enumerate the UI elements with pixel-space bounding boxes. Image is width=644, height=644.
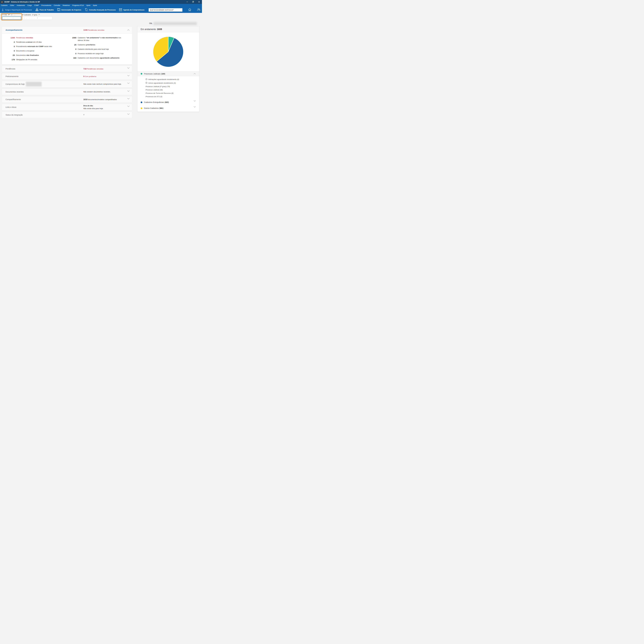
menu-apoio[interactable]: Apoio <box>86 5 90 6</box>
chevron-down-icon[interactable] <box>127 75 130 76</box>
stat-text: Pendências vencidas <box>16 36 33 39</box>
acompanhamento-header[interactable]: Acompanhamento 1349 Pendências vencidas <box>2 26 132 33</box>
chevron-down-icon[interactable] <box>127 90 130 92</box>
row-status: Não existem documentos recentes. <box>83 90 122 93</box>
row-pendencias[interactable]: Pendências 718 Pendências vencidas <box>2 66 132 72</box>
users-icon <box>197 8 200 12</box>
fluxo-trabalho-button[interactable]: Fluxo de Trabalho <box>36 8 54 11</box>
row-peticionamento[interactable]: Peticionamento 0 Com problema <box>2 73 132 80</box>
sub-item-turma-recursos[interactable]: Processo da Turma de Recursos (6) <box>146 92 199 94</box>
row-label: Links e dicas <box>6 106 16 108</box>
header-status-badge: 1349 Pendências vencidas <box>83 29 104 31</box>
restore-button[interactable] <box>190 0 196 4</box>
stat-procedimento-retornado[interactable]: 0 Procedimento retornado do CSMP neste m… <box>6 45 62 48</box>
judicial-number-input[interactable] <box>22 16 52 20</box>
stat-processo-recebido[interactable]: 0 Processo recebido em carga hoje <box>62 52 129 55</box>
row-compartilhamento[interactable]: Compartilhamento 1010 documentos/modelos… <box>2 96 132 103</box>
search-input[interactable] <box>149 8 182 12</box>
grau-selector[interactable]: 1º grau <box>32 14 37 16</box>
toolbar-label: Carga e Importação de Processos <box>5 9 32 11</box>
stat-cadastros-nao-movimentados[interactable]: 1590 Cadastros "em andamento" e não movi… <box>62 36 129 42</box>
stat-value: 25 <box>6 54 15 57</box>
menu-programa-atua[interactable]: Programa ATUA <box>72 5 84 6</box>
menu-procuradorias[interactable]: Procuradorias <box>41 5 51 6</box>
carga-importacao-button[interactable]: Carga e Importação de Processos <box>2 8 32 11</box>
menu-ajuda[interactable]: Ajuda <box>93 5 97 6</box>
calendar-icon <box>119 8 122 11</box>
row-status-integracao[interactable]: Status da integração ? <box>2 112 132 118</box>
home-button[interactable] <box>188 8 191 12</box>
chevron-up-icon[interactable] <box>127 29 130 31</box>
sub-item-text: Processos do STJ (3) <box>146 96 162 98</box>
sub-item-processo-judicial[interactable]: Processo Judicial (16) <box>146 89 199 91</box>
stat-text: Cadastros prioritários <box>78 43 95 46</box>
chevron-down-icon[interactable] <box>127 98 130 99</box>
sub-item-intimacoes[interactable]: Intimações aguardando recebimento (0) <box>146 78 199 81</box>
agenda-compromissos-button[interactable]: Agenda de Compromissos <box>119 8 144 11</box>
window-controls <box>184 0 202 4</box>
legend-cadastros-extrajudiciais[interactable]: Cadastros Extrajudiciais (923) <box>137 99 199 105</box>
workflow-icon <box>36 8 38 11</box>
chevron-down-icon[interactable] <box>194 106 196 107</box>
pie-chart[interactable] <box>137 32 199 71</box>
stat-aguardando-aditamento[interactable]: 160 Cadastros com documentos aguardando … <box>62 57 129 59</box>
undo-icon[interactable]: ↶ <box>8 14 10 16</box>
user-button[interactable] <box>197 8 200 12</box>
stat-documento-recuperar[interactable]: 0 Documento a recuperar <box>6 49 62 52</box>
menu-consulta[interactable]: Consulta <box>54 5 60 6</box>
close-button[interactable] <box>196 0 202 4</box>
gerenciador-arquivos-button[interactable]: Gerenciador de Arquivos <box>57 8 81 11</box>
chevron-down-icon[interactable] <box>127 113 130 115</box>
stat-value: 0 <box>6 49 15 52</box>
row-compromissos-hoje[interactable]: Compromissos de hoje Não existe mais nen… <box>2 81 132 87</box>
stat-pendencias-a-vencer[interactable]: 2 Pendências a vencer em 10 dias <box>6 41 62 43</box>
chevron-down-icon[interactable] <box>127 106 130 107</box>
more-options-icon[interactable]: … <box>14 14 15 15</box>
legend-label: Cadastros Extrajudiciais (923) <box>144 101 169 103</box>
main-content: Acompanhamento 1349 Pendências vencidas … <box>0 26 202 118</box>
home-icon <box>188 8 191 12</box>
menu-cadastro[interactable]: Cadastro <box>1 5 8 6</box>
stat-value: 1590 <box>62 36 76 42</box>
sub-item-text: Processo Judicial (16) <box>146 89 163 91</box>
consulta-avancada-button[interactable]: Consulta Avançada de Processos <box>85 8 116 11</box>
menu-relatorios[interactable]: Relatórios <box>63 5 70 6</box>
stat-obrigacoes-pa[interactable]: 178 Obrigações de PA vencidas <box>6 58 62 61</box>
row-status: 0 Com problema <box>83 75 122 78</box>
sub-item-processo-2grau[interactable]: Processo Judicial (2º grau) (79) <box>146 86 199 87</box>
sig-number-input[interactable] <box>2 16 21 20</box>
minimize-button[interactable] <box>184 0 190 4</box>
window-title: SIG/MP - Sistema de Informação e Gestão … <box>4 1 40 3</box>
process-number-filterbar: Nº SIG ↶ … Nº Judiciário 1º grau <box>0 13 202 21</box>
chevron-up-icon[interactable] <box>194 73 196 74</box>
row-links-dicas[interactable]: Links e dicas Dica do dia:Não existe dic… <box>2 104 132 111</box>
stat-cadastros-prioritarios[interactable]: 25 Cadastros prioritários <box>62 43 129 46</box>
menu-carga[interactable]: Carga <box>27 5 32 6</box>
em-andamento-card: Em andamento 1608 Processos Judiciais (1… <box>137 26 199 112</box>
menu-csmp[interactable]: CSMP <box>34 5 39 6</box>
legend-outros-cadastros[interactable]: Outros Cadastros (581) <box>137 105 199 111</box>
stat-pendencias-vencidas[interactable]: 1349 Pendências vencidas <box>6 36 62 39</box>
menu-andamento[interactable]: Andamento <box>17 5 25 6</box>
row-documentos-recentes[interactable]: Documentos recentes Não existem document… <box>2 89 132 95</box>
sub-item-stj[interactable]: Processos do STJ (3) <box>146 96 199 98</box>
stat-documentos-nao-finalizados[interactable]: 25 Documentos não finalizados <box>6 54 62 57</box>
stat-text: Pendências a vencer em 10 dias <box>16 41 42 43</box>
legend-processos-judiciais[interactable]: Processos Judiciais (104) <box>137 71 199 76</box>
chevron-down-icon[interactable] <box>127 83 130 84</box>
chevron-down-icon[interactable] <box>38 14 40 15</box>
chevron-down-icon[interactable] <box>127 67 130 69</box>
menu-editor[interactable]: Editor <box>10 5 14 6</box>
stat-cadastro-distribuido[interactable]: 0 Cadastro distribuído para este local h… <box>62 48 129 50</box>
greeting-label: Olá, <box>149 22 152 24</box>
sub-item-text: Avisos aguardando recebimento (0) <box>148 82 176 84</box>
stat-value: 178 <box>6 58 15 61</box>
chevron-down-icon[interactable] <box>194 100 196 101</box>
toolbar: Carga e Importação de Processos Fluxo de… <box>0 7 202 13</box>
clock-icon <box>146 82 147 84</box>
stat-text: Cadastro distribuído para este local hoj… <box>78 48 109 50</box>
chevron-down-icon[interactable] <box>11 14 12 16</box>
sub-item-avisos[interactable]: Avisos aguardando recebimento (0) <box>146 82 199 84</box>
green-dot-icon <box>141 73 142 75</box>
accordion: Acompanhamento 1349 Pendências vencidas … <box>2 26 132 118</box>
